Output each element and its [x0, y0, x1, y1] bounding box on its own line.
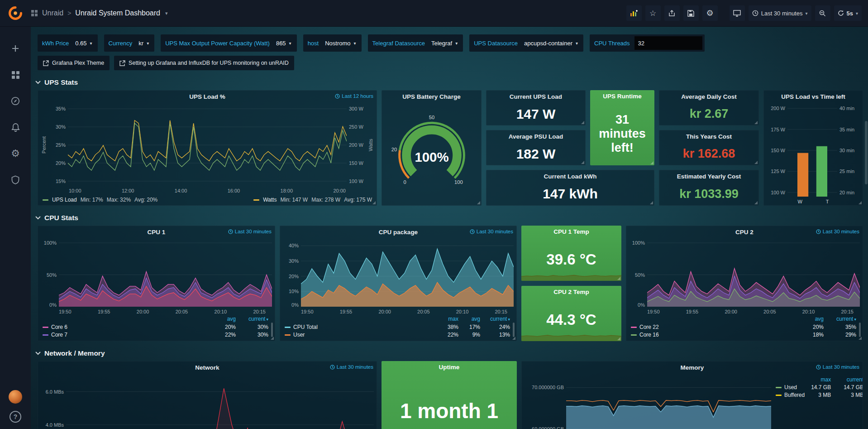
memory-chart[interactable] — [566, 375, 771, 429]
variable-value-dropdown[interactable]: 0.65▾ — [73, 40, 97, 47]
panel-title[interactable]: Memory — [681, 364, 704, 371]
legend-col-max[interactable]: max — [805, 376, 831, 384]
panel-title[interactable]: CPU 1 Temp — [553, 228, 589, 235]
variable-value-dropdown[interactable]: kr▾ — [137, 40, 154, 47]
legend-col-current[interactable]: current▾ — [236, 315, 268, 323]
share-button[interactable] — [664, 5, 680, 21]
axis-tick-label: 100 W — [349, 178, 363, 184]
star-button[interactable]: ☆ — [645, 5, 661, 21]
breadcrumb-dashboard-title[interactable]: Unraid System Dashboard — [75, 9, 160, 17]
cycle-view-mode-button[interactable] — [730, 5, 745, 21]
panel-title[interactable]: Network — [195, 364, 219, 371]
save-button[interactable] — [683, 5, 699, 21]
legend-col-avg[interactable]: avg — [458, 315, 480, 323]
ups-vs-time-chart[interactable] — [787, 104, 837, 197]
dashboard-content: kWh Price 0.65▾ Currency kr▾ UPS Max Out… — [31, 27, 868, 429]
sidebar-item-alerting[interactable] — [5, 117, 25, 137]
axis-tick-label: 19:55 — [98, 309, 110, 314]
panel-title[interactable]: CPU 2 — [735, 229, 754, 236]
apps-grid-icon[interactable] — [31, 10, 38, 17]
sidebar-item-dashboards[interactable] — [5, 65, 25, 85]
cpu-threads-input[interactable] — [634, 36, 702, 50]
legend-scrollbar[interactable] — [859, 323, 861, 337]
panel-title[interactable]: Average Daily Cost — [681, 93, 737, 100]
legend-col-current[interactable]: current▾ — [824, 315, 856, 323]
sidebar-item-configuration[interactable]: ⚙ — [5, 144, 25, 164]
refresh-caret[interactable]: ▾ — [856, 11, 858, 16]
link-grafana-plex-theme[interactable]: Grafana Plex Theme — [38, 56, 110, 70]
panel-title[interactable]: Current UPS Load — [510, 93, 562, 100]
panel-title[interactable]: This Years Cost — [686, 133, 732, 140]
user-avatar[interactable] — [9, 390, 22, 404]
panel-title[interactable]: CPU package — [379, 229, 418, 236]
legend-series-name[interactable]: UPS Load — [52, 197, 77, 203]
panel-title[interactable]: UPS Load vs Time left — [781, 93, 845, 100]
legend-value: 14.7 GB — [831, 384, 863, 391]
bell-icon — [11, 123, 20, 132]
legend-series[interactable]: Used — [776, 384, 805, 391]
section-ups-stats[interactable]: UPS Stats — [35, 78, 868, 87]
variable-value-dropdown[interactable]: Telegraf▾ — [429, 40, 463, 47]
axis-tick-label: 18:00 — [281, 188, 293, 193]
panel-title[interactable]: Uptime — [439, 364, 460, 371]
time-range-picker[interactable]: Last 30 minutes ▾ — [749, 5, 811, 21]
zoom-out-button[interactable] — [815, 5, 830, 21]
panel-title[interactable]: Average PSU Load — [509, 133, 563, 140]
cpu2-chart[interactable] — [647, 240, 860, 307]
panel-title[interactable]: Estimated Yearly Cost — [677, 173, 741, 180]
section-cpu-stats[interactable]: CPU Stats — [35, 214, 868, 222]
panel-title[interactable]: UPS Runtime — [603, 93, 642, 100]
variable-label: UPS Max Output Power Capacity (Watt) — [161, 40, 274, 47]
variable-value-dropdown[interactable]: apcupsd-container▾ — [522, 40, 583, 47]
ups-load-chart[interactable] — [68, 104, 347, 186]
sidebar-item-create[interactable] — [5, 39, 25, 58]
panel-title[interactable]: Current Load kWh — [544, 173, 597, 180]
sidebar-item-server-admin[interactable] — [5, 170, 25, 190]
panel-cpu1: CPU 1 Last 30 minutes 100%50%0% 19:5019:… — [38, 226, 275, 341]
legend-series[interactable]: User — [285, 331, 437, 339]
refresh-button[interactable]: 5s ▾ — [834, 5, 862, 21]
legend-col-current[interactable]: current — [831, 376, 863, 384]
legend-series[interactable]: Core 7 — [43, 331, 210, 339]
legend-series[interactable]: Core 6 — [43, 323, 210, 331]
external-link-icon — [43, 60, 49, 66]
panel-title[interactable]: UPS Battery Charge — [402, 93, 460, 100]
panel-title[interactable]: CPU 2 Temp — [553, 289, 589, 295]
legend-series[interactable]: Core 16 — [631, 331, 797, 339]
sidebar-item-explore[interactable] — [5, 91, 25, 111]
legend-series[interactable]: CPU Total — [285, 323, 437, 331]
legend-scrollbar[interactable] — [271, 323, 273, 337]
panel-title[interactable]: UPS Load % — [189, 93, 225, 100]
variable-value-dropdown[interactable]: Nostromo▾ — [323, 40, 361, 47]
dashboard-settings-button[interactable]: ⚙ — [702, 5, 718, 21]
cpu1-chart[interactable] — [59, 240, 272, 307]
legend-series-name[interactable]: Watts — [263, 197, 277, 203]
legend-col-current[interactable]: current▾ — [480, 315, 510, 323]
breadcrumb-folder[interactable]: Unraid — [42, 9, 63, 17]
stat-value: kr 2.67 — [659, 103, 758, 125]
panel-title[interactable]: CPU 1 — [148, 229, 166, 236]
network-chart[interactable] — [66, 375, 374, 429]
page-scrollbar[interactable] — [865, 28, 868, 428]
axis-tick-label: 0% — [49, 302, 57, 308]
legend-col-max[interactable]: max — [437, 315, 458, 323]
scrollbar-thumb[interactable] — [865, 121, 868, 184]
gear-icon: ⚙ — [11, 149, 20, 159]
variable-value-dropdown[interactable]: 865▾ — [274, 40, 297, 47]
legend-col-avg[interactable]: avg — [797, 315, 824, 323]
panel-uptime: Uptime 1 month 1 — [382, 361, 517, 429]
legend-series[interactable]: Core 22 — [631, 323, 797, 331]
legend-series[interactable]: Buffered — [776, 391, 805, 399]
dashboard-dropdown-caret[interactable]: ▾ — [165, 10, 168, 16]
x-axis: 10:0012:0014:0016:0018:0020:00 — [38, 187, 377, 194]
x-axis: 19:5019:5520:0020:0520:1020:15 — [280, 308, 516, 315]
legend-scrollbar[interactable] — [513, 323, 515, 337]
link-ups-monitoring-guide[interactable]: Setting up Grafana and InfluxDB for UPS … — [114, 56, 294, 70]
help-button[interactable]: ? — [10, 411, 21, 423]
section-network-memory[interactable]: Network / Memory — [35, 349, 868, 357]
add-panel-button[interactable] — [626, 5, 642, 21]
grafana-logo[interactable] — [0, 6, 31, 20]
axis-tick-label: 300 W — [349, 106, 363, 111]
cpu-package-chart[interactable] — [301, 240, 514, 307]
legend-col-avg[interactable]: avg — [210, 315, 236, 323]
